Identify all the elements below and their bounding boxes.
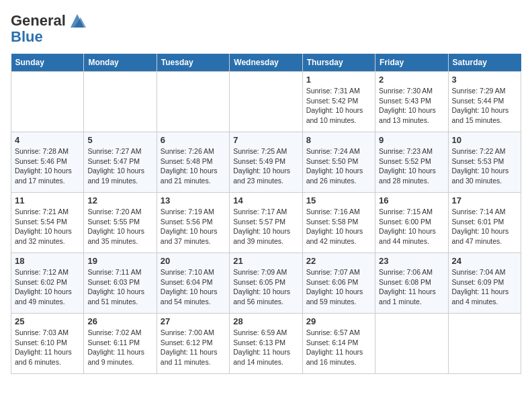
- day-info: Sunrise: 6:57 AMSunset: 6:14 PMDaylight:…: [306, 328, 371, 367]
- day-cell: 4Sunrise: 7:28 AMSunset: 5:46 PMDaylight…: [11, 132, 84, 193]
- day-number: 29: [306, 316, 371, 326]
- day-info: Sunrise: 7:07 AMSunset: 6:06 PMDaylight:…: [306, 267, 371, 307]
- day-cell: [448, 314, 521, 374]
- day-cell: 16Sunrise: 7:15 AMSunset: 6:00 PMDayligh…: [375, 193, 448, 253]
- day-info: Sunrise: 7:11 AMSunset: 6:03 PMDaylight:…: [87, 267, 152, 307]
- day-cell: 19Sunrise: 7:11 AMSunset: 6:03 PMDayligh…: [84, 253, 157, 314]
- logo-text: General: [11, 12, 66, 30]
- day-info: Sunrise: 7:02 AMSunset: 6:11 PMDaylight:…: [87, 328, 152, 367]
- day-info: Sunrise: 7:29 AMSunset: 5:44 PMDaylight:…: [452, 86, 517, 126]
- day-info: Sunrise: 7:31 AMSunset: 5:42 PMDaylight:…: [306, 86, 371, 126]
- day-cell: 3Sunrise: 7:29 AMSunset: 5:44 PMDaylight…: [448, 72, 521, 132]
- day-number: 10: [452, 135, 517, 145]
- day-cell: 6Sunrise: 7:26 AMSunset: 5:48 PMDaylight…: [157, 132, 229, 193]
- day-info: Sunrise: 7:21 AMSunset: 5:54 PMDaylight:…: [15, 207, 80, 246]
- day-cell: 7Sunrise: 7:25 AMSunset: 5:49 PMDaylight…: [230, 132, 302, 193]
- day-cell: 11Sunrise: 7:21 AMSunset: 5:54 PMDayligh…: [11, 193, 84, 253]
- day-number: 25: [15, 316, 80, 326]
- day-number: 24: [452, 256, 517, 266]
- day-info: Sunrise: 7:25 AMSunset: 5:49 PMDaylight:…: [233, 146, 298, 186]
- week-row-1: 1Sunrise: 7:31 AMSunset: 5:42 PMDaylight…: [11, 72, 521, 132]
- day-info: Sunrise: 7:04 AMSunset: 6:09 PMDaylight:…: [452, 267, 517, 307]
- day-info: Sunrise: 7:22 AMSunset: 5:53 PMDaylight:…: [452, 146, 517, 186]
- day-number: 5: [87, 135, 152, 145]
- day-number: 20: [161, 256, 226, 266]
- day-cell: 1Sunrise: 7:31 AMSunset: 5:42 PMDaylight…: [302, 72, 375, 132]
- day-number: 18: [15, 256, 80, 266]
- day-cell: 21Sunrise: 7:09 AMSunset: 6:05 PMDayligh…: [230, 253, 302, 314]
- day-cell: [11, 72, 84, 132]
- day-info: Sunrise: 7:28 AMSunset: 5:46 PMDaylight:…: [15, 146, 80, 186]
- day-number: 23: [379, 256, 444, 266]
- day-info: Sunrise: 7:23 AMSunset: 5:52 PMDaylight:…: [379, 146, 444, 186]
- day-info: Sunrise: 7:19 AMSunset: 5:56 PMDaylight:…: [161, 207, 226, 246]
- header-row: SundayMondayTuesdayWednesdayThursdayFrid…: [11, 54, 521, 72]
- day-info: Sunrise: 7:10 AMSunset: 6:04 PMDaylight:…: [161, 267, 226, 307]
- week-row-2: 4Sunrise: 7:28 AMSunset: 5:46 PMDaylight…: [11, 132, 521, 193]
- day-cell: [375, 314, 448, 374]
- col-header-thursday: Thursday: [302, 54, 375, 72]
- day-cell: 28Sunrise: 6:59 AMSunset: 6:13 PMDayligh…: [230, 314, 302, 374]
- day-number: 8: [306, 135, 371, 145]
- day-info: Sunrise: 7:30 AMSunset: 5:43 PMDaylight:…: [379, 86, 444, 126]
- day-cell: [84, 72, 157, 132]
- day-number: 2: [379, 75, 444, 85]
- day-number: 19: [87, 256, 152, 266]
- day-number: 26: [87, 316, 152, 326]
- col-header-friday: Friday: [375, 54, 448, 72]
- day-number: 17: [452, 195, 517, 205]
- col-header-monday: Monday: [84, 54, 157, 72]
- day-cell: 25Sunrise: 7:03 AMSunset: 6:10 PMDayligh…: [11, 314, 84, 374]
- day-cell: 13Sunrise: 7:19 AMSunset: 5:56 PMDayligh…: [157, 193, 229, 253]
- day-number: 28: [233, 316, 298, 326]
- day-cell: 22Sunrise: 7:07 AMSunset: 6:06 PMDayligh…: [302, 253, 375, 314]
- day-info: Sunrise: 7:17 AMSunset: 5:57 PMDaylight:…: [233, 207, 298, 246]
- day-number: 9: [379, 135, 444, 145]
- day-cell: 29Sunrise: 6:57 AMSunset: 6:14 PMDayligh…: [302, 314, 375, 374]
- day-info: Sunrise: 7:03 AMSunset: 6:10 PMDaylight:…: [15, 328, 80, 367]
- day-number: 14: [233, 195, 298, 205]
- col-header-sunday: Sunday: [11, 54, 84, 72]
- day-info: Sunrise: 7:16 AMSunset: 5:58 PMDaylight:…: [306, 207, 371, 246]
- logo: General Blue: [11, 11, 87, 46]
- week-row-4: 18Sunrise: 7:12 AMSunset: 6:02 PMDayligh…: [11, 253, 521, 314]
- day-cell: 12Sunrise: 7:20 AMSunset: 5:55 PMDayligh…: [84, 193, 157, 253]
- day-cell: [230, 72, 302, 132]
- day-number: 7: [233, 135, 298, 145]
- day-cell: 17Sunrise: 7:14 AMSunset: 6:01 PMDayligh…: [448, 193, 521, 253]
- day-info: Sunrise: 7:24 AMSunset: 5:50 PMDaylight:…: [306, 146, 371, 186]
- logo-icon: [67, 11, 87, 31]
- page-header: General Blue: [11, 11, 521, 46]
- day-cell: [157, 72, 229, 132]
- day-info: Sunrise: 7:27 AMSunset: 5:47 PMDaylight:…: [87, 146, 152, 186]
- day-info: Sunrise: 7:14 AMSunset: 6:01 PMDaylight:…: [452, 207, 517, 246]
- day-cell: 18Sunrise: 7:12 AMSunset: 6:02 PMDayligh…: [11, 253, 84, 314]
- day-cell: 14Sunrise: 7:17 AMSunset: 5:57 PMDayligh…: [230, 193, 302, 253]
- day-info: Sunrise: 7:06 AMSunset: 6:08 PMDaylight:…: [379, 267, 444, 307]
- calendar-table: SundayMondayTuesdayWednesdayThursdayFrid…: [11, 54, 521, 374]
- day-number: 6: [161, 135, 226, 145]
- day-cell: 23Sunrise: 7:06 AMSunset: 6:08 PMDayligh…: [375, 253, 448, 314]
- day-cell: 27Sunrise: 7:00 AMSunset: 6:12 PMDayligh…: [157, 314, 229, 374]
- day-info: Sunrise: 7:12 AMSunset: 6:02 PMDaylight:…: [15, 267, 80, 307]
- day-cell: 24Sunrise: 7:04 AMSunset: 6:09 PMDayligh…: [448, 253, 521, 314]
- day-number: 27: [161, 316, 226, 326]
- day-info: Sunrise: 7:26 AMSunset: 5:48 PMDaylight:…: [161, 146, 226, 186]
- day-number: 22: [306, 256, 371, 266]
- day-cell: 15Sunrise: 7:16 AMSunset: 5:58 PMDayligh…: [302, 193, 375, 253]
- col-header-tuesday: Tuesday: [157, 54, 229, 72]
- col-header-wednesday: Wednesday: [230, 54, 302, 72]
- day-cell: 9Sunrise: 7:23 AMSunset: 5:52 PMDaylight…: [375, 132, 448, 193]
- day-number: 15: [306, 195, 371, 205]
- day-cell: 8Sunrise: 7:24 AMSunset: 5:50 PMDaylight…: [302, 132, 375, 193]
- day-number: 13: [161, 195, 226, 205]
- week-row-3: 11Sunrise: 7:21 AMSunset: 5:54 PMDayligh…: [11, 193, 521, 253]
- day-info: Sunrise: 7:09 AMSunset: 6:05 PMDaylight:…: [233, 267, 298, 307]
- day-info: Sunrise: 6:59 AMSunset: 6:13 PMDaylight:…: [233, 328, 298, 367]
- day-cell: 5Sunrise: 7:27 AMSunset: 5:47 PMDaylight…: [84, 132, 157, 193]
- day-number: 11: [15, 195, 80, 205]
- day-number: 1: [306, 75, 371, 85]
- day-number: 12: [87, 195, 152, 205]
- day-number: 3: [452, 75, 517, 85]
- day-number: 21: [233, 256, 298, 266]
